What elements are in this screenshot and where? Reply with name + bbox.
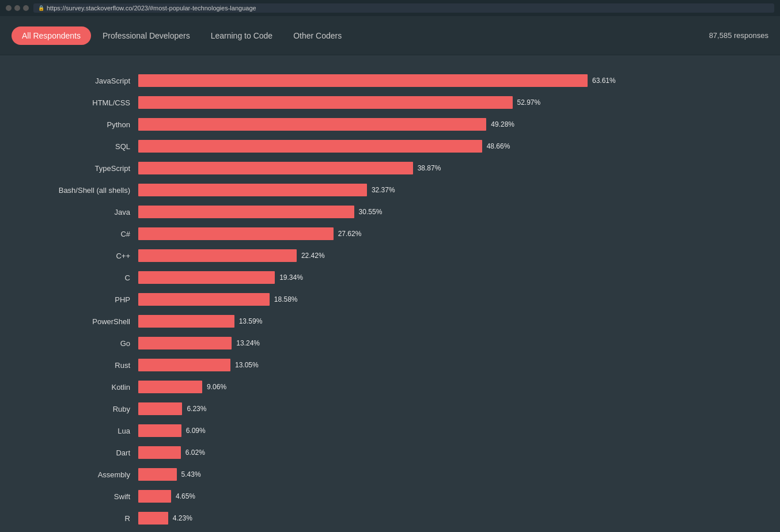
chart-row: Go13.24% [23,335,757,351]
chart-row: Assembly5.43% [23,466,757,482]
bar-pct: 13.24% [236,339,260,347]
chart-row: Java30.55% [23,204,757,220]
bar-label: PHP [23,295,138,304]
bar-label: Swift [23,492,138,501]
bar-wrap: 38.87% [138,162,757,174]
bar-wrap: 4.23% [138,512,757,525]
bar-fill [138,227,334,240]
bar-fill [138,490,171,503]
url-bar[interactable]: 🔒 https://survey.stackoverflow.co/2023/#… [33,3,774,13]
bar-wrap: 63.61% [138,74,757,87]
bar-label: Dart [23,449,138,457]
bar-label: Bash/Shell (all shells) [23,186,138,195]
bar-wrap: 19.34% [138,271,757,284]
chart-row: Python49.28% [23,116,757,132]
bar-fill [138,468,177,481]
nav-tab-all-respondents[interactable]: All Respondents [12,26,91,45]
chart-row: Kotlin9.06% [23,379,757,395]
bar-pct: 13.05% [235,361,259,369]
bar-wrap: 9.06% [138,381,757,393]
bar-fill [138,381,202,393]
bar-fill [138,424,181,437]
bar-wrap: 13.05% [138,359,757,371]
chart-row: C#27.62% [23,226,757,242]
bar-pct: 13.59% [239,317,263,325]
chart-row: TypeScript38.87% [23,160,757,176]
bar-pct: 4.23% [173,514,192,522]
bar-label: TypeScript [23,164,138,173]
bar-fill [138,162,413,174]
browser-back [6,5,12,11]
browser-controls [6,5,29,11]
bar-wrap: 27.62% [138,227,757,240]
bar-pct: 30.55% [359,208,383,216]
chart-row: C++22.42% [23,248,757,264]
bar-pct: 32.37% [372,186,395,194]
bar-fill [138,118,486,131]
browser-forward [14,5,20,11]
bar-label: Python [23,120,138,129]
bar-fill [138,359,230,371]
chart-row: Lua6.09% [23,423,757,439]
bar-wrap: 22.42% [138,249,757,262]
bar-pct: 19.34% [279,273,303,282]
chart-row: PowerShell13.59% [23,313,757,329]
bar-fill [138,249,297,262]
url-text: https://survey.stackoverflow.co/2023/#mo… [47,5,256,12]
bar-wrap: 4.65% [138,490,757,503]
bar-label: R [23,514,138,523]
bar-label: Java [23,208,138,216]
bar-wrap: 6.09% [138,424,757,437]
bar-wrap: 49.28% [138,118,757,131]
chart-row: Dart6.02% [23,444,757,461]
bar-label: Go [23,339,138,348]
bar-fill [138,293,270,306]
chart-container: JavaScript63.61%HTML/CSS52.97%Python49.2… [0,55,780,532]
bar-fill [138,140,482,153]
bar-label: HTML/CSS [23,98,138,107]
bar-fill [138,315,234,328]
bar-pct: 9.06% [207,383,226,391]
nav-tab-learning-to-code[interactable]: Learning to Code [202,26,282,45]
bar-pct: 5.43% [181,470,201,478]
bar-label: Ruby [23,405,138,413]
bar-label: C# [23,230,138,238]
nav-tab-other-coders[interactable]: Other Coders [284,26,351,45]
bar-wrap: 5.43% [138,468,757,481]
bar-fill [138,402,182,415]
bar-pct: 6.09% [186,427,206,435]
bar-wrap: 52.97% [138,96,757,109]
chart-row: SQL48.66% [23,138,757,154]
bar-fill [138,446,181,459]
bar-fill [138,96,513,109]
bar-wrap: 18.58% [138,293,757,306]
chart-row: Ruby6.23% [23,401,757,417]
chart-row: HTML/CSS52.97% [23,94,757,111]
bar-fill [138,74,588,87]
nav-tab-professional-developers[interactable]: Professional Developers [93,26,199,45]
chart-row: C19.34% [23,269,757,286]
bar-label: Lua [23,427,138,435]
bar-wrap: 13.59% [138,315,757,328]
bar-label: Kotlin [23,383,138,392]
bar-pct: 38.87% [418,164,441,172]
bar-pct: 4.65% [176,492,195,500]
bar-label: PowerShell [23,317,138,326]
browser-refresh [23,5,29,11]
chart-row: Swift4.65% [23,488,757,504]
bar-pct: 18.58% [274,295,298,303]
bar-label: SQL [23,142,138,151]
bar-label: C++ [23,252,138,260]
chart-row: Bash/Shell (all shells)32.37% [23,182,757,198]
bar-fill [138,206,354,218]
bar-wrap: 6.02% [138,446,757,459]
bar-label: Assembly [23,470,138,479]
bar-wrap: 32.37% [138,184,757,196]
bar-fill [138,512,168,525]
bar-wrap: 30.55% [138,206,757,218]
bar-label: C [23,273,138,282]
chart-row: PHP18.58% [23,291,757,307]
bar-wrap: 48.66% [138,140,757,153]
response-count: 87,585 responses [709,31,768,40]
browser-chrome: 🔒 https://survey.stackoverflow.co/2023/#… [0,0,780,16]
